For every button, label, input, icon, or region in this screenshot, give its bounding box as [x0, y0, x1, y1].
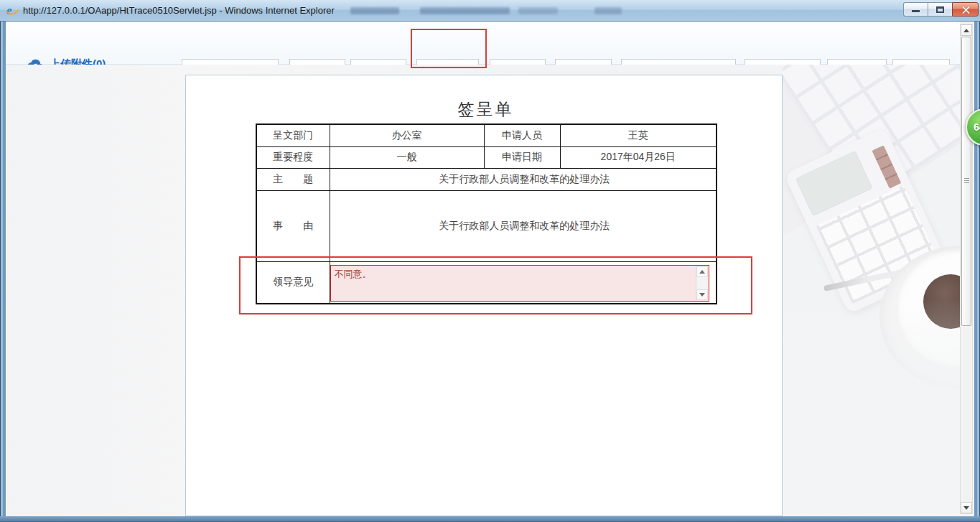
scrollbar-grip — [964, 178, 969, 184]
applicant-label: 申请人员 — [484, 124, 560, 146]
background-window-text — [420, 7, 510, 14]
scroll-down-button[interactable] — [696, 289, 708, 300]
date-value: 2017年04月26日 — [560, 146, 717, 168]
table-row: 重要程度 一般 申请日期 2017年04月26日 — [256, 146, 717, 168]
dept-value: 办公室 — [330, 124, 484, 146]
table-row: 呈文部门 办公室 申请人员 王英 — [256, 124, 717, 146]
internet-explorer-icon: e — [6, 4, 19, 17]
table-row: 事 由 关于行政部人员调整和改革的处理办法 — [256, 190, 717, 261]
date-label: 申请日期 — [484, 146, 560, 168]
opinion-textarea[interactable]: 不同意。 — [330, 265, 709, 302]
minimize-button[interactable] — [903, 2, 928, 17]
table-row: 领导意见 不同意。 — [256, 261, 717, 304]
speed-badge-value: 64 — [974, 121, 980, 133]
arrow-down-icon — [963, 506, 969, 510]
form-title: 签呈单 — [256, 98, 716, 121]
form-document: 签呈单 呈文部门 办公室 申请人员 王英 重要程度 一般 申请日期 2017年0… — [185, 75, 783, 516]
reason-value: 关于行政部人员调整和改革的处理办法 — [330, 190, 717, 261]
scroll-up-button[interactable] — [696, 266, 708, 277]
minimize-icon — [912, 10, 920, 12]
textarea-scrollbar[interactable] — [696, 266, 708, 300]
background-window-text — [350, 7, 399, 14]
applicant-value: 王英 — [560, 124, 717, 146]
action-toolbar: 上传附件(0) 查看审批流程 保存 同意 不同意 退文 加签 查看审批流转记录 … — [6, 22, 960, 65]
scrollbar-up-button[interactable] — [961, 24, 972, 36]
scrollbar-thumb[interactable] — [961, 37, 971, 326]
browser-content-area: 签呈单 呈文部门 办公室 申请人员 王英 重要程度 一般 申请日期 2017年0… — [6, 65, 960, 516]
maximize-icon — [936, 6, 944, 13]
subject-label: 主 题 — [256, 168, 330, 190]
submission-form-table: 呈文部门 办公室 申请人员 王英 重要程度 一般 申请日期 2017年04月26… — [256, 123, 717, 304]
background-window-text — [594, 7, 622, 14]
maximize-button[interactable] — [928, 2, 952, 17]
window-border-left — [0, 22, 6, 522]
close-window-button[interactable] — [952, 2, 979, 17]
arrow-down-icon — [699, 293, 705, 297]
browser-window: { "window": { "title": "http://127.0.0.1… — [0, 0, 980, 522]
table-row: 主 题 关于行政部人员调整和改革的处理办法 — [256, 168, 717, 190]
background-window-text — [518, 7, 558, 14]
svg-text:e: e — [6, 4, 12, 17]
window-titlebar: e http://127.0.0.1/OAapp/HtTrace0510Serv… — [0, 0, 980, 22]
window-controls — [903, 2, 979, 17]
desk-background-photo — [783, 65, 966, 516]
photo-fade-overlay — [783, 65, 966, 516]
reason-label: 事 由 — [256, 190, 330, 261]
dept-label: 呈文部门 — [256, 124, 330, 146]
arrow-up-icon — [963, 29, 969, 32]
importance-value: 一般 — [330, 146, 484, 168]
arrow-up-icon — [699, 270, 705, 274]
vertical-scrollbar[interactable] — [960, 24, 973, 514]
window-border-bottom — [0, 516, 980, 522]
subject-value: 关于行政部人员调整和改革的处理办法 — [330, 168, 717, 190]
window-border-right — [974, 22, 980, 522]
leader-opinion-cell: 不同意。 — [330, 261, 717, 304]
scrollbar-down-button[interactable] — [961, 502, 972, 513]
opinion-text: 不同意。 — [335, 269, 372, 279]
window-title: http://127.0.0.1/OAapp/HtTrace0510Servle… — [23, 5, 335, 16]
importance-label: 重要程度 — [256, 146, 330, 168]
leader-opinion-label: 领导意见 — [256, 261, 330, 304]
